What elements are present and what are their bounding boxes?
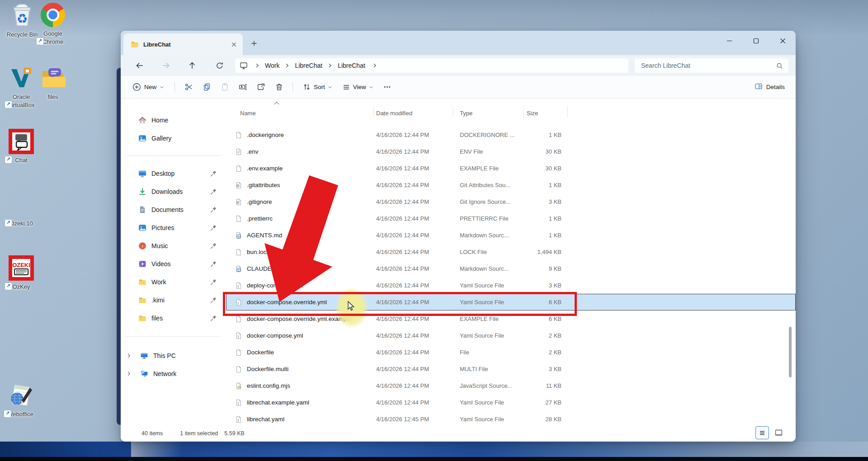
- sidebar-item-videos[interactable]: Videos: [121, 255, 226, 273]
- column-header-name[interactable]: Name: [226, 110, 373, 117]
- file-size: 1 KB: [523, 132, 567, 138]
- file-row-dockerfile[interactable]: Dockerfile 4/16/2026 12:44 PM File 2 KB: [226, 344, 796, 361]
- large-icons-view-toggle[interactable]: [773, 427, 784, 439]
- sidebar-item-home[interactable]: Home: [121, 111, 226, 129]
- sidebar-item-label: Gallery: [151, 135, 171, 142]
- sidebar-item-this-pc[interactable]: This PC: [121, 347, 226, 365]
- forward-button[interactable]: [159, 58, 173, 73]
- cut-button[interactable]: [180, 80, 197, 95]
- svg-text:!: !: [237, 401, 239, 405]
- file-row-agents-md[interactable]: AGENTS.md 4/16/2026 12:44 PM Markdown So…: [226, 227, 796, 244]
- column-header-date-modified[interactable]: Date modified: [373, 110, 453, 117]
- desktop-icon-weboffice[interactable]: ↗ Weboffice: [1, 382, 40, 419]
- maximize-button[interactable]: [748, 31, 764, 51]
- refresh-button[interactable]: [212, 58, 227, 73]
- minimize-button[interactable]: [722, 31, 737, 51]
- file-name-cell: ! librechat.example.yaml: [226, 399, 373, 406]
- new-tab-button[interactable]: [248, 37, 260, 50]
- sort-button[interactable]: Sort: [298, 80, 337, 95]
- file-row-docker-compose-yml[interactable]: ! docker-compose.yml 4/16/2026 12:44 PM …: [226, 327, 796, 344]
- search-input[interactable]: [640, 61, 776, 70]
- paste-button[interactable]: [216, 80, 233, 95]
- file-row-deploy-compose-yml[interactable]: ! deploy-compose.yml 4/16/2026 12:44 PM …: [226, 277, 796, 294]
- file-name-cell: ! deploy-compose.yml: [226, 282, 373, 289]
- breadcrumb-segment-librechat: LibreChat: [281, 61, 324, 70]
- address-bar[interactable]: Work LibreChat LibreChat: [235, 58, 628, 73]
- sidebar-item-files[interactable]: files: [121, 309, 226, 327]
- file-row-gitignore[interactable]: .gitignore 4/16/2026 12:44 PM Git Ignore…: [226, 193, 796, 210]
- sidebar-item-work[interactable]: Work: [121, 273, 226, 291]
- search-icon[interactable]: [776, 62, 783, 69]
- sidebar-separator: [126, 155, 221, 156]
- sidebar-item-gallery[interactable]: Gallery: [121, 129, 226, 147]
- sidebar-item-network[interactable]: Network: [121, 365, 226, 383]
- file-row-docker-compose-override-yml[interactable]: ! docker-compose.override.yml 4/16/2026 …: [226, 294, 796, 310]
- search-box[interactable]: [635, 58, 788, 73]
- new-button[interactable]: New: [127, 80, 170, 95]
- file-row-env[interactable]: .env 4/16/2026 12:44 PM ENV File 30 KB: [226, 143, 796, 160]
- title-bar[interactable]: LibreChat: [121, 31, 796, 55]
- documents-icon: [138, 205, 147, 214]
- desktop-icon-files[interactable]: ↗ files: [33, 65, 72, 101]
- file-size: 1 KB: [523, 232, 567, 239]
- file-row-dockerignore[interactable]: .dockerignore 4/16/2026 12:44 PM DOCKERI…: [226, 127, 796, 143]
- sidebar-item-label: Desktop: [151, 170, 175, 177]
- share-button[interactable]: [252, 80, 269, 95]
- details-button[interactable]: Details: [750, 80, 789, 95]
- doc-gear-icon: [235, 182, 242, 189]
- file-row-env-example[interactable]: .env.example 4/16/2026 12:44 PM EXAMPLE …: [226, 160, 796, 177]
- file-row-dockerfile-multi[interactable]: Dockerfile.multi 4/16/2026 12:44 PM MULT…: [226, 361, 796, 377]
- breadcrumb-item[interactable]: LibreChat: [336, 61, 367, 70]
- chevron-right-icon[interactable]: [126, 371, 132, 377]
- folder-icon: [138, 296, 147, 305]
- music-icon: ♪: [138, 241, 147, 250]
- sidebar-item-kimi[interactable]: .kimi: [121, 291, 226, 309]
- desktop-icon-google-chrome[interactable]: ↗ Google Chrome: [33, 2, 72, 46]
- file-name-cell: .gitignore: [226, 198, 373, 206]
- pin-icon: [210, 296, 217, 304]
- view-button[interactable]: View: [338, 80, 378, 95]
- column-header-type[interactable]: Type: [453, 110, 523, 117]
- desktop-icon-chat[interactable]: ↗ Chat: [2, 128, 41, 165]
- file-name-cell: bun.lock: [226, 249, 373, 256]
- vertical-scrollbar[interactable]: [789, 327, 792, 377]
- file-row-claude-md[interactable]: CLAUDE.md 4/16/2026 12:44 PM Markdown So…: [226, 260, 796, 277]
- delete-button[interactable]: [270, 80, 288, 95]
- column-header-size[interactable]: Size: [523, 110, 567, 117]
- doc-icon: [235, 132, 242, 139]
- up-button[interactable]: [185, 58, 199, 73]
- file-row-gitattributes[interactable]: .gitattributes 4/16/2026 12:44 PM Git At…: [226, 177, 796, 193]
- back-button[interactable]: [132, 58, 147, 73]
- breadcrumb-item[interactable]: Work: [263, 61, 281, 70]
- desktop-icon-ozkey[interactable]: OZEKI ↗ OzKey: [2, 255, 41, 291]
- svg-text:!: !: [237, 301, 239, 305]
- sidebar-item-label: Network: [153, 370, 176, 377]
- sidebar-item-documents[interactable]: Documents: [121, 201, 226, 219]
- file-row-docker-compose-override-yml-example[interactable]: docker-compose.override.yml.example 4/16…: [226, 310, 796, 327]
- file-row-eslint-config-mjs[interactable]: JS eslint.config.mjs 4/16/2026 12:44 PM …: [226, 377, 796, 394]
- copy-button[interactable]: [198, 80, 215, 95]
- selection-size: 5.59 KB: [224, 430, 244, 437]
- doc-md-icon: [235, 232, 242, 239]
- breadcrumb-item[interactable]: LibreChat: [293, 61, 324, 70]
- navigation-bar: Work LibreChat LibreChat: [121, 55, 796, 76]
- tab-close-icon[interactable]: [228, 39, 239, 50]
- file-name: .gitignore: [247, 198, 272, 205]
- file-date-modified: 4/16/2026 12:44 PM: [373, 265, 453, 272]
- desktop-icon-ozeki-10[interactable]: ↗ Ozeki 10: [2, 192, 41, 228]
- file-date-modified: 4/16/2026 12:44 PM: [373, 366, 453, 372]
- sidebar-item-music[interactable]: ♪ Music: [121, 237, 226, 255]
- details-view-toggle[interactable]: [755, 426, 769, 439]
- more-options-button[interactable]: [379, 80, 396, 95]
- file-row-bun-lock[interactable]: bun.lock 4/16/2026 12:44 PM LOCK File 1,…: [226, 244, 796, 260]
- sidebar-item-desktop[interactable]: Desktop: [121, 165, 226, 183]
- sidebar-item-pictures[interactable]: Pictures: [121, 219, 226, 237]
- close-button[interactable]: [775, 31, 790, 51]
- chevron-right-icon[interactable]: [126, 353, 132, 359]
- explorer-tab-librechat[interactable]: LibreChat: [123, 33, 243, 55]
- rename-button[interactable]: [234, 80, 251, 95]
- file-row-librechat-example-yaml[interactable]: ! librechat.example.yaml 4/16/2026 12:44…: [226, 394, 796, 411]
- sidebar-item-downloads[interactable]: Downloads: [121, 183, 226, 201]
- file-row-prettierrc[interactable]: .prettierrc 4/16/2026 12:44 PM PRETTIERR…: [226, 210, 796, 227]
- file-name: deploy-compose.yml: [247, 282, 303, 289]
